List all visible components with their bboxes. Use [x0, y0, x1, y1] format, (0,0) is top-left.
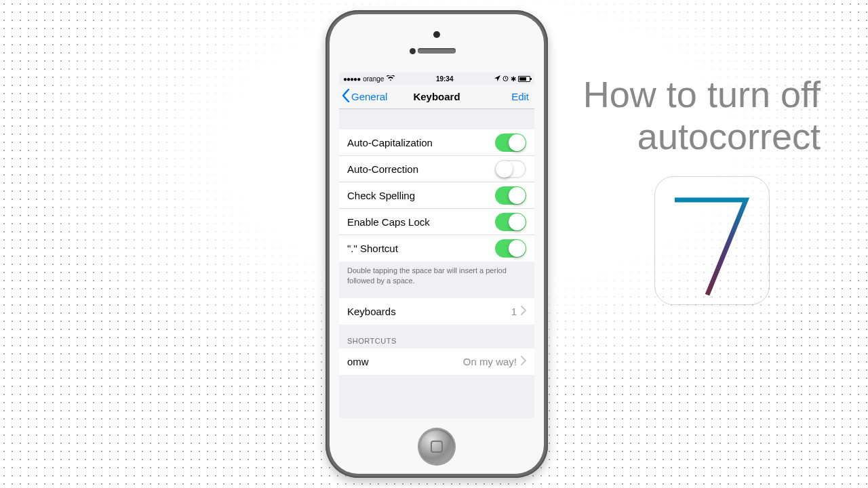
- overlay-line1: How to turn off: [583, 73, 821, 115]
- toggle-auto-capitalization[interactable]: [495, 134, 526, 152]
- footer-shortcut-hint: Double tapping the space bar will insert…: [339, 262, 534, 293]
- signal-dots-icon: ●●●●●: [343, 75, 360, 83]
- toggle-dot-shortcut[interactable]: [495, 239, 526, 258]
- toggle-group: Auto-Capitalization Auto-Correction Chec…: [339, 129, 534, 262]
- status-bar: ●●●●● orange 19:34 ✱: [339, 73, 534, 85]
- shortcuts-header: SHORTCUTS: [339, 325, 534, 348]
- alarm-icon: [502, 75, 509, 83]
- battery-icon: [518, 76, 530, 82]
- chevron-right-icon: [521, 356, 526, 367]
- row-caps-lock: Enable Caps Lock: [339, 209, 534, 235]
- seven-graphic: [654, 176, 770, 305]
- keyboards-count: 1: [511, 306, 517, 317]
- label-caps-lock: Enable Caps Lock: [347, 216, 495, 228]
- row-keyboards[interactable]: Keyboards 1: [339, 298, 534, 325]
- row-shortcut-omw[interactable]: omw On my way!: [339, 348, 534, 375]
- back-label: General: [351, 91, 387, 102]
- row-auto-capitalization: Auto-Capitalization: [339, 129, 534, 156]
- settings-content: Auto-Capitalization Auto-Correction Chec…: [339, 109, 534, 418]
- nav-bar: General Keyboard Edit: [339, 85, 534, 109]
- label-check-spelling: Check Spelling: [347, 190, 495, 201]
- back-button[interactable]: General: [342, 89, 387, 104]
- camera-dot: [433, 31, 440, 38]
- speaker-grille: [418, 48, 456, 54]
- page-title: Keyboard: [413, 91, 460, 102]
- home-square-icon: [431, 441, 443, 453]
- shortcuts-group: omw On my way!: [339, 348, 534, 375]
- label-auto-correct: Auto-Correction: [347, 163, 495, 175]
- shortcut-value: On my way!: [463, 356, 517, 367]
- chevron-right-icon: [521, 306, 526, 317]
- toggle-auto-correction[interactable]: [495, 160, 526, 178]
- wifi-icon: [387, 75, 395, 83]
- overlay-title: How to turn off autocorrect: [583, 73, 821, 157]
- toggle-check-spelling[interactable]: [495, 186, 526, 205]
- proximity-sensor: [410, 48, 416, 54]
- status-time: 19:34: [436, 75, 454, 83]
- shortcut-key: omw: [347, 356, 463, 367]
- phone-screen: ●●●●● orange 19:34 ✱: [339, 73, 534, 418]
- home-button[interactable]: [419, 429, 454, 464]
- location-icon: [494, 75, 500, 83]
- row-auto-correction: Auto-Correction: [339, 156, 534, 182]
- bluetooth-icon: ✱: [511, 75, 516, 83]
- phone-mockup: ●●●●● orange 19:34 ✱: [326, 10, 548, 478]
- row-dot-shortcut: "." Shortcut: [339, 235, 534, 262]
- label-dot-shortcut: "." Shortcut: [347, 243, 495, 254]
- chevron-left-icon: [342, 89, 350, 104]
- label-keyboards: Keyboards: [347, 306, 511, 317]
- edit-button[interactable]: Edit: [511, 91, 529, 102]
- carrier-label: orange: [363, 75, 384, 83]
- toggle-caps-lock[interactable]: [495, 213, 526, 231]
- overlay-line2: autocorrect: [583, 115, 821, 157]
- keyboards-group: Keyboards 1: [339, 298, 534, 325]
- label-auto-cap: Auto-Capitalization: [347, 137, 495, 148]
- row-check-spelling: Check Spelling: [339, 182, 534, 209]
